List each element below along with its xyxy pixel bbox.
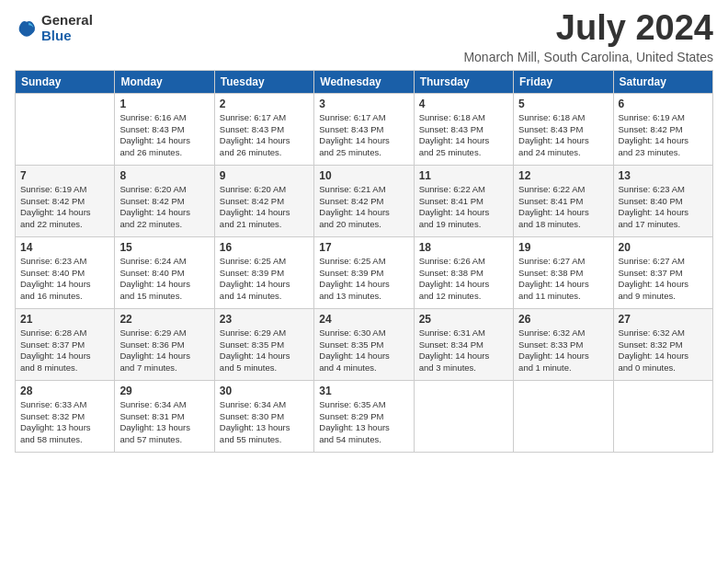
day-number: 31 <box>319 385 408 397</box>
cell-content: Sunrise: 6:16 AM Sunset: 8:43 PM Dayligh… <box>119 112 209 159</box>
cell-content: Sunrise: 6:22 AM Sunset: 8:41 PM Dayligh… <box>419 184 508 231</box>
cell-content: Sunrise: 6:19 AM Sunset: 8:42 PM Dayligh… <box>20 184 109 231</box>
day-number: 12 <box>518 169 608 182</box>
day-number: 11 <box>419 169 508 182</box>
day-number: 28 <box>20 385 109 397</box>
day-number: 17 <box>319 241 408 254</box>
cell-content: Sunrise: 6:33 AM Sunset: 8:32 PM Dayligh… <box>20 399 109 446</box>
day-number: 29 <box>119 385 209 397</box>
day-number: 23 <box>220 313 309 326</box>
cell-content: Sunrise: 6:27 AM Sunset: 8:37 PM Dayligh… <box>619 256 708 303</box>
page: General Blue July 2024 Monarch Mill, Sou… <box>0 0 728 563</box>
cell-content: Sunrise: 6:23 AM Sunset: 8:40 PM Dayligh… <box>20 256 109 303</box>
header-day: Friday <box>514 70 613 93</box>
header-day: Thursday <box>414 70 513 93</box>
cell-content: Sunrise: 6:23 AM Sunset: 8:40 PM Dayligh… <box>619 184 708 231</box>
day-number: 30 <box>220 385 309 397</box>
day-number: 13 <box>619 169 708 182</box>
cell-content: Sunrise: 6:21 AM Sunset: 8:42 PM Dayligh… <box>319 184 408 231</box>
calendar-cell: 13Sunrise: 6:23 AM Sunset: 8:40 PM Dayli… <box>613 165 712 236</box>
header-day: Wednesday <box>314 70 414 93</box>
cell-content: Sunrise: 6:24 AM Sunset: 8:40 PM Dayligh… <box>119 256 209 303</box>
day-number: 16 <box>220 241 309 254</box>
day-number: 14 <box>20 241 109 254</box>
cell-content: Sunrise: 6:25 AM Sunset: 8:39 PM Dayligh… <box>319 256 408 303</box>
day-number: 9 <box>220 169 309 182</box>
calendar-cell: 28Sunrise: 6:33 AM Sunset: 8:32 PM Dayli… <box>16 380 115 452</box>
calendar-cell: 1Sunrise: 6:16 AM Sunset: 8:43 PM Daylig… <box>115 93 214 165</box>
calendar-cell: 6Sunrise: 6:19 AM Sunset: 8:42 PM Daylig… <box>613 93 712 165</box>
cell-content: Sunrise: 6:17 AM Sunset: 8:43 PM Dayligh… <box>319 112 408 159</box>
day-number: 6 <box>619 98 708 110</box>
cell-content: Sunrise: 6:18 AM Sunset: 8:43 PM Dayligh… <box>518 112 608 159</box>
cell-content: Sunrise: 6:18 AM Sunset: 8:43 PM Dayligh… <box>419 112 508 159</box>
calendar-cell: 10Sunrise: 6:21 AM Sunset: 8:42 PM Dayli… <box>314 165 414 236</box>
calendar-cell: 7Sunrise: 6:19 AM Sunset: 8:42 PM Daylig… <box>16 165 115 236</box>
calendar-cell: 15Sunrise: 6:24 AM Sunset: 8:40 PM Dayli… <box>115 236 214 308</box>
day-number: 10 <box>319 169 408 182</box>
cell-content: Sunrise: 6:17 AM Sunset: 8:43 PM Dayligh… <box>220 112 309 159</box>
title-block: July 2024 Monarch Mill, South Carolina, … <box>463 9 713 64</box>
calendar-cell: 31Sunrise: 6:35 AM Sunset: 8:29 PM Dayli… <box>314 380 414 452</box>
calendar-table: SundayMondayTuesdayWednesdayThursdayFrid… <box>15 70 713 453</box>
day-number: 4 <box>419 98 508 110</box>
calendar-cell: 30Sunrise: 6:34 AM Sunset: 8:30 PM Dayli… <box>214 380 313 452</box>
cell-content: Sunrise: 6:34 AM Sunset: 8:30 PM Dayligh… <box>220 399 309 446</box>
calendar-cell: 27Sunrise: 6:32 AM Sunset: 8:32 PM Dayli… <box>613 308 712 380</box>
location-subtitle: Monarch Mill, South Carolina, United Sta… <box>463 50 713 64</box>
calendar-cell: 21Sunrise: 6:28 AM Sunset: 8:37 PM Dayli… <box>16 308 115 380</box>
calendar-cell <box>613 380 712 452</box>
day-number: 3 <box>319 98 408 110</box>
header-day: Tuesday <box>214 70 313 93</box>
day-number: 18 <box>419 241 508 254</box>
cell-content: Sunrise: 6:32 AM Sunset: 8:32 PM Dayligh… <box>619 327 708 374</box>
logo-text: General Blue <box>41 13 93 43</box>
header-row: General Blue July 2024 Monarch Mill, Sou… <box>15 9 713 64</box>
day-number: 1 <box>119 98 209 110</box>
calendar-cell: 29Sunrise: 6:34 AM Sunset: 8:31 PM Dayli… <box>115 380 214 452</box>
cell-content: Sunrise: 6:19 AM Sunset: 8:42 PM Dayligh… <box>619 112 708 159</box>
cell-content: Sunrise: 6:28 AM Sunset: 8:37 PM Dayligh… <box>20 327 109 374</box>
day-number: 2 <box>220 98 309 110</box>
cell-content: Sunrise: 6:35 AM Sunset: 8:29 PM Dayligh… <box>319 399 408 446</box>
cell-content: Sunrise: 6:32 AM Sunset: 8:33 PM Dayligh… <box>518 327 608 374</box>
cell-content: Sunrise: 6:29 AM Sunset: 8:35 PM Dayligh… <box>220 327 309 374</box>
calendar-cell: 14Sunrise: 6:23 AM Sunset: 8:40 PM Dayli… <box>16 236 115 308</box>
calendar-week: 28Sunrise: 6:33 AM Sunset: 8:32 PM Dayli… <box>16 380 713 452</box>
month-title: July 2024 <box>463 9 713 48</box>
calendar-cell: 3Sunrise: 6:17 AM Sunset: 8:43 PM Daylig… <box>314 93 414 165</box>
day-number: 5 <box>518 98 608 110</box>
cell-content: Sunrise: 6:34 AM Sunset: 8:31 PM Dayligh… <box>119 399 209 446</box>
calendar-cell <box>514 380 613 452</box>
calendar-week: 1Sunrise: 6:16 AM Sunset: 8:43 PM Daylig… <box>16 93 713 165</box>
logo-icon <box>17 18 37 39</box>
header-day: Sunday <box>16 70 115 93</box>
day-number: 24 <box>319 313 408 326</box>
calendar-cell: 23Sunrise: 6:29 AM Sunset: 8:35 PM Dayli… <box>214 308 313 380</box>
calendar-cell: 9Sunrise: 6:20 AM Sunset: 8:42 PM Daylig… <box>214 165 313 236</box>
cell-content: Sunrise: 6:20 AM Sunset: 8:42 PM Dayligh… <box>220 184 309 231</box>
calendar-cell: 11Sunrise: 6:22 AM Sunset: 8:41 PM Dayli… <box>414 165 513 236</box>
cell-content: Sunrise: 6:25 AM Sunset: 8:39 PM Dayligh… <box>220 256 309 303</box>
calendar-cell: 16Sunrise: 6:25 AM Sunset: 8:39 PM Dayli… <box>214 236 313 308</box>
calendar-cell: 2Sunrise: 6:17 AM Sunset: 8:43 PM Daylig… <box>214 93 313 165</box>
header-day: Monday <box>115 70 214 93</box>
logo-blue: Blue <box>41 29 93 44</box>
calendar-cell: 5Sunrise: 6:18 AM Sunset: 8:43 PM Daylig… <box>514 93 613 165</box>
cell-content: Sunrise: 6:26 AM Sunset: 8:38 PM Dayligh… <box>419 256 508 303</box>
calendar-cell: 24Sunrise: 6:30 AM Sunset: 8:35 PM Dayli… <box>314 308 414 380</box>
logo-general: General <box>41 13 93 29</box>
cell-content: Sunrise: 6:29 AM Sunset: 8:36 PM Dayligh… <box>119 327 209 374</box>
calendar-header: SundayMondayTuesdayWednesdayThursdayFrid… <box>16 70 713 93</box>
cell-content: Sunrise: 6:31 AM Sunset: 8:34 PM Dayligh… <box>419 327 508 374</box>
calendar-cell: 17Sunrise: 6:25 AM Sunset: 8:39 PM Dayli… <box>314 236 414 308</box>
day-number: 20 <box>619 241 708 254</box>
day-number: 8 <box>119 169 209 182</box>
day-number: 27 <box>619 313 708 326</box>
day-number: 26 <box>518 313 608 326</box>
calendar-body: 1Sunrise: 6:16 AM Sunset: 8:43 PM Daylig… <box>16 93 713 452</box>
calendar-cell: 18Sunrise: 6:26 AM Sunset: 8:38 PM Dayli… <box>414 236 513 308</box>
day-number: 22 <box>119 313 209 326</box>
calendar-cell: 25Sunrise: 6:31 AM Sunset: 8:34 PM Dayli… <box>414 308 513 380</box>
calendar-week: 21Sunrise: 6:28 AM Sunset: 8:37 PM Dayli… <box>16 308 713 380</box>
